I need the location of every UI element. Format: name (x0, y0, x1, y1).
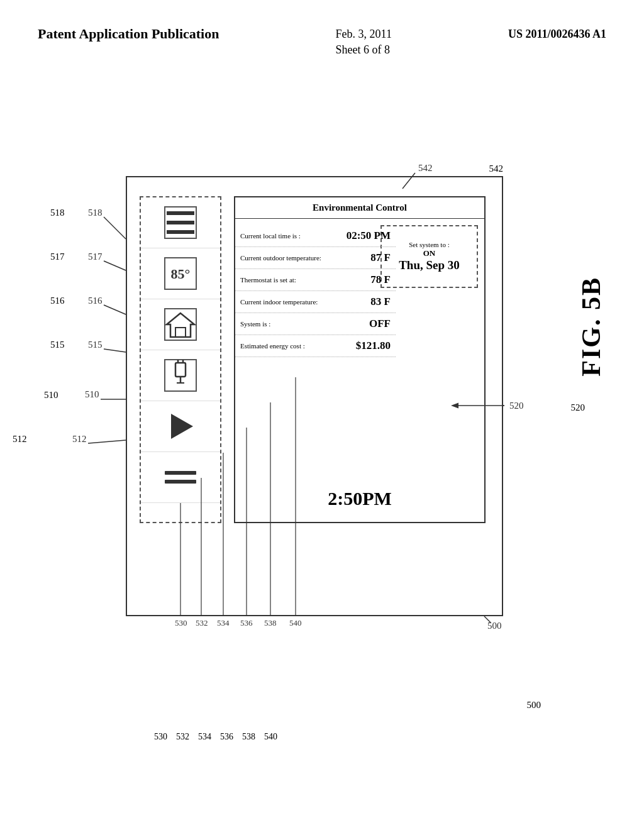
svg-text:520: 520 (509, 401, 524, 411)
value-thermostat-set: 78 F (340, 274, 391, 286)
set-system-label: Set system to : (409, 241, 449, 248)
ref-538: 538 (242, 732, 255, 742)
page-header: Patent Application Publication Feb. 3, 2… (0, 0, 644, 57)
row-thermostat-set: Thermostat is set at: 78 F (235, 269, 396, 291)
bottom-bar-icon (162, 458, 199, 496)
ref-510: 510 (44, 390, 58, 401)
svg-text:536: 536 (240, 618, 253, 628)
ref-536: 536 (220, 732, 233, 742)
label-energy-cost: Estimated energy cost : (240, 342, 340, 350)
svg-text:538: 538 (264, 618, 277, 628)
svg-line-33 (88, 440, 126, 443)
svg-text:500: 500 (487, 621, 502, 631)
svg-text:518: 518 (88, 208, 103, 218)
row-system: System is : OFF (235, 313, 396, 335)
svg-rect-2 (167, 230, 194, 234)
value-energy-cost: $121.80 (340, 340, 391, 352)
ref-517: 517 (50, 252, 65, 262)
device-panel: 85° (140, 196, 221, 523)
label-time: Current local time is : (240, 232, 340, 240)
ref-530: 530 (154, 732, 167, 742)
publication-date: Feb. 3, 2011 (336, 28, 392, 41)
thermostat-icon: 85° (162, 255, 199, 292)
ref-534: 534 (198, 732, 211, 742)
svg-marker-7 (167, 313, 194, 337)
ref-542: 542 (489, 163, 504, 174)
row-time: Current local time is : 02:50 PM (235, 225, 396, 247)
bottom-refs: 530 532 534 536 538 540 (154, 732, 277, 742)
svg-rect-0 (167, 211, 194, 215)
bottom-bar-icon-item (141, 452, 220, 503)
svg-line-25 (104, 217, 126, 239)
svg-text:516: 516 (88, 296, 103, 306)
media-icon (162, 407, 199, 445)
plug-icon-item (141, 350, 220, 401)
svg-line-18 (484, 616, 491, 622)
header-right: US 2011/0026436 A1 (508, 25, 606, 41)
svg-rect-9 (165, 360, 196, 391)
ref-532: 532 (176, 732, 189, 742)
ref-500: 500 (527, 700, 541, 711)
svg-marker-15 (171, 414, 193, 439)
date-display: Thu, Sep 30 (399, 258, 460, 273)
svg-text:540: 540 (289, 618, 302, 628)
info-panel: Environmental Control Set system to : ON… (234, 196, 486, 523)
svg-text:512: 512 (72, 434, 87, 444)
label-system: System is : (240, 320, 340, 328)
house-icon-item (141, 299, 220, 350)
svg-text:534: 534 (217, 618, 230, 628)
value-system: OFF (340, 318, 391, 330)
svg-line-31 (104, 349, 126, 352)
ref-516: 516 (50, 296, 65, 306)
diagram-area: 85° (50, 126, 566, 692)
svg-rect-1 (167, 221, 194, 224)
svg-rect-16 (165, 471, 196, 475)
svg-text:542: 542 (418, 163, 433, 173)
data-rows: Current local time is : 02:50 PM Current… (235, 225, 396, 357)
row-energy-cost: Estimated energy cost : $121.80 (235, 335, 396, 357)
ref-520: 520 (571, 402, 586, 413)
label-thermostat-set: Thermostat is set at: (240, 276, 340, 284)
value-time: 02:50 PM (340, 230, 391, 242)
svg-text:510: 510 (85, 389, 99, 399)
svg-rect-17 (165, 480, 196, 484)
ref-512: 512 (13, 434, 27, 445)
thermostat-icon-item: 85° (141, 248, 220, 299)
sheet-info: Sheet 6 of 8 (336, 43, 392, 57)
svg-line-29 (104, 305, 126, 314)
ref-540: 540 (264, 732, 277, 742)
value-indoor-temp: 83 F (340, 296, 391, 308)
svg-rect-10 (175, 363, 186, 377)
value-outdoor-temp: 87 F (340, 252, 391, 264)
svg-text:515: 515 (88, 340, 103, 350)
patent-number: US 2011/0026436 A1 (508, 28, 606, 41)
on-label: ON (423, 248, 436, 258)
row-indoor-temp: Current indoor temperature: 83 F (235, 291, 396, 313)
plug-icon (162, 357, 199, 394)
media-icon-item (141, 401, 220, 452)
ref-515: 515 (50, 340, 65, 350)
svg-line-27 (104, 261, 126, 270)
time-bottom-display: 2:50PM (235, 488, 484, 509)
menu-icon-item (141, 197, 220, 248)
house-icon (162, 306, 199, 343)
row-outdoor-temp: Current outdoor temperature: 87 F (235, 247, 396, 269)
header-center: Feb. 3, 2011 Sheet 6 of 8 (336, 25, 392, 57)
label-indoor-temp: Current indoor temperature: (240, 298, 340, 306)
header-left: Patent Application Publication (38, 25, 219, 43)
svg-text:517: 517 (88, 252, 103, 262)
info-panel-title: Environmental Control (235, 197, 484, 219)
svg-text:85°: 85° (171, 266, 191, 282)
svg-text:530: 530 (175, 618, 187, 628)
figure-label: FIG. 5B (576, 277, 606, 377)
ref-518: 518 (50, 208, 65, 218)
svg-rect-8 (175, 328, 186, 337)
outer-box-500: 85° (126, 176, 503, 616)
svg-text:532: 532 (196, 618, 208, 628)
menu-icon (162, 204, 199, 241)
label-outdoor-temp: Current outdoor temperature: (240, 254, 340, 262)
publication-title: Patent Application Publication (38, 25, 219, 43)
